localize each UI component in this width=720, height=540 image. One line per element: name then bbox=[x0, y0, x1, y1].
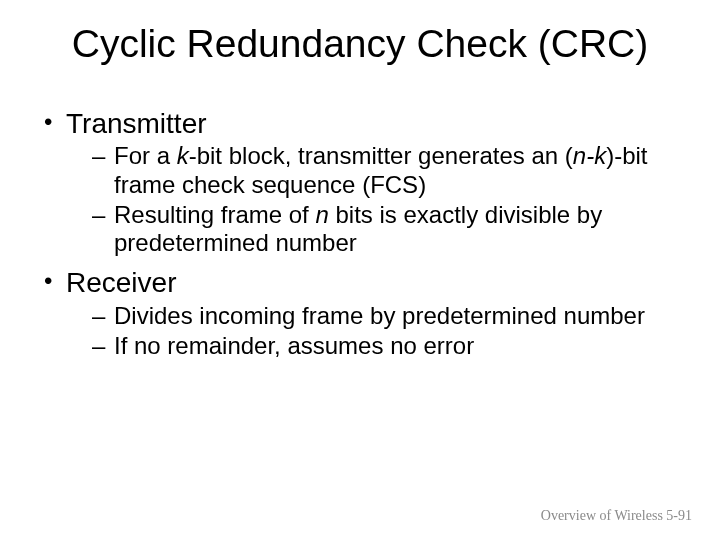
sub-list: For a k-bit block, transmitter generates… bbox=[66, 142, 680, 257]
slide-footer: Overview of Wireless 5-91 bbox=[541, 508, 692, 524]
text: Resulting frame of bbox=[114, 201, 315, 228]
italic-nk: n-k bbox=[573, 142, 606, 169]
bullet-transmitter: Transmitter For a k-bit block, transmitt… bbox=[42, 108, 680, 257]
sub-list: Divides incoming frame by predetermined … bbox=[66, 302, 680, 361]
bullet-receiver: Receiver Divides incoming frame by prede… bbox=[42, 267, 680, 360]
bullet-list: Transmitter For a k-bit block, transmitt… bbox=[42, 108, 680, 360]
slide-title: Cyclic Redundancy Check (CRC) bbox=[0, 22, 720, 66]
italic-n: n bbox=[315, 201, 328, 228]
sub-bullet: Divides incoming frame by predetermined … bbox=[92, 302, 680, 330]
text: -bit block, transmitter generates an ( bbox=[189, 142, 573, 169]
text: For a bbox=[114, 142, 177, 169]
sub-bullet: Resulting frame of n bits is exactly div… bbox=[92, 201, 680, 258]
slide-body: Transmitter For a k-bit block, transmitt… bbox=[42, 108, 680, 370]
italic-k: k bbox=[177, 142, 189, 169]
sub-bullet: For a k-bit block, transmitter generates… bbox=[92, 142, 680, 199]
bullet-label: Transmitter bbox=[66, 108, 207, 139]
slide: Cyclic Redundancy Check (CRC) Transmitte… bbox=[0, 0, 720, 540]
bullet-label: Receiver bbox=[66, 267, 176, 298]
sub-bullet: If no remainder, assumes no error bbox=[92, 332, 680, 360]
